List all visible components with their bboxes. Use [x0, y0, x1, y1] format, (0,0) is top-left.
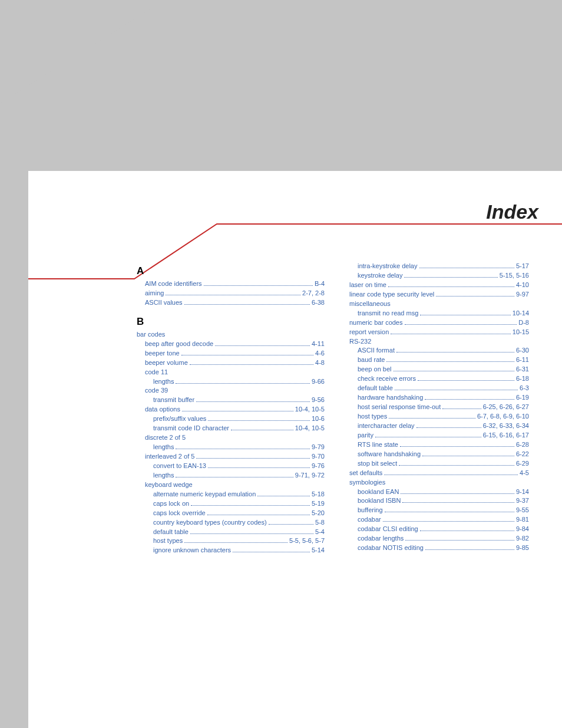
index-entry[interactable]: keyboard wedge	[137, 480, 325, 490]
index-entry-page: 9-82	[516, 534, 529, 543]
index-entry[interactable]: report version10-15	[341, 328, 529, 337]
index-entry-page: 5-18	[312, 490, 325, 499]
index-entry[interactable]: interleaved 2 of 59-70	[137, 452, 325, 462]
index-entry-label: ignore unknown characters	[153, 546, 231, 555]
index-entry-label: buffering	[358, 506, 383, 515]
index-entry-label: country keyboard types (country codes)	[153, 518, 267, 528]
index-entry[interactable]: ASCII values6-38	[137, 298, 325, 308]
index-entry[interactable]: host serial response time-out6-25, 6-26,…	[341, 403, 529, 412]
index-entry[interactable]: convert to EAN-139-76	[137, 462, 325, 471]
index-entry[interactable]: beeper tone4-6	[137, 349, 325, 358]
leader-dots	[416, 427, 481, 428]
index-entry-label: keyboard wedge	[145, 480, 193, 490]
leader-dots	[166, 295, 300, 295]
index-entry-label: intra-keystroke delay	[358, 262, 418, 271]
index-entry[interactable]: code 39	[137, 386, 325, 396]
index-entry[interactable]: hardware handshaking6-19	[341, 393, 529, 403]
index-entry[interactable]: beeper volume4-8	[137, 358, 325, 368]
leader-dots	[402, 502, 514, 503]
index-entry-page: 6-28	[516, 440, 529, 450]
index-entry[interactable]: codabar NOTIS editing9-85	[341, 543, 529, 553]
index-entry[interactable]: miscellaneous	[341, 299, 529, 309]
index-entry[interactable]: lengths9-71, 9-72	[137, 471, 325, 480]
index-entry[interactable]: alternate numeric keypad emulation5-18	[137, 490, 325, 499]
index-entry-page: 6-32, 6-33, 6-34	[483, 421, 529, 431]
index-entry-label: codabar	[358, 515, 381, 525]
index-entry[interactable]: beep on bel6-31	[341, 365, 529, 374]
index-entry[interactable]: prefix/suffix values10-6	[137, 414, 325, 424]
red-accent-line-right	[342, 223, 562, 225]
index-entry[interactable]: lengths9-66	[137, 377, 325, 387]
index-entry[interactable]: ignore unknown characters5-14	[137, 546, 325, 555]
index-entry[interactable]: intercharacter delay6-32, 6-33, 6-34	[341, 421, 529, 431]
index-entry[interactable]: codabar lengths9-82	[341, 534, 529, 543]
index-entry[interactable]: keystroke delay5-15, 5-16	[341, 271, 529, 281]
index-entry[interactable]: caps lock on5-19	[137, 499, 325, 509]
index-entry[interactable]: stop bit select6-29	[341, 459, 529, 469]
index-entry[interactable]: software handshaking6-22	[341, 450, 529, 459]
index-entry[interactable]: check receive errors6-18	[341, 374, 529, 384]
index-entry[interactable]: RS-232	[341, 337, 529, 347]
index-entry[interactable]: symbologies	[341, 478, 529, 487]
index-entry[interactable]: linear code type security level9-97	[341, 290, 529, 299]
leader-dots	[386, 361, 514, 362]
index-entry[interactable]: country keyboard types (country codes)5-…	[137, 518, 325, 528]
index-entry[interactable]: lengths9-79	[137, 443, 325, 452]
index-entry-page: 5-8	[315, 518, 325, 528]
index-entry[interactable]: transmit buffer9-56	[137, 396, 325, 405]
index-entry[interactable]: default table6-3	[341, 384, 529, 393]
index-entry[interactable]: code 11	[137, 368, 325, 377]
index-entry-page: B-4	[315, 279, 325, 289]
index-entry[interactable]: bookland EAN9-14	[341, 487, 529, 497]
index-entry[interactable]: codabar CLSI editing9-84	[341, 525, 529, 534]
leader-dots	[196, 458, 310, 459]
index-entry-label: aiming	[145, 289, 164, 298]
index-entry[interactable]: AIM code identifiersB-4	[137, 279, 325, 289]
index-entry-label: code 39	[145, 386, 168, 396]
index-entry[interactable]: ASCII format6-30	[341, 346, 529, 355]
index-entry[interactable]: host types5-5, 5-6, 5-7	[137, 536, 325, 546]
index-entry[interactable]: host types6-7, 6-8, 6-9, 6-10	[341, 412, 529, 421]
leader-dots	[269, 524, 314, 525]
index-entry[interactable]: default table5-4	[137, 528, 325, 537]
index-entry[interactable]: bookland ISBN9-37	[341, 496, 529, 506]
index-entry-page: 5-4	[315, 528, 325, 537]
index-entry[interactable]: buffering9-55	[341, 506, 529, 515]
index-entry[interactable]: numeric bar codesD-8	[341, 318, 529, 328]
leader-dots	[190, 364, 313, 365]
leader-dots	[215, 345, 310, 346]
index-entry-page: 6-25, 6-26, 6-27	[483, 403, 529, 412]
leader-dots	[184, 542, 287, 543]
index-entry[interactable]: baud rate6-11	[341, 355, 529, 365]
index-entry[interactable]: caps lock override5-20	[137, 509, 325, 518]
index-entry[interactable]: RTS line state6-28	[341, 440, 529, 450]
index-entry[interactable]: beep after good decode4-11	[137, 340, 325, 349]
index-entry-label: beeper volume	[145, 358, 188, 368]
index-entry-page: 6-31	[516, 365, 529, 374]
index-entry-page: 4-8	[315, 358, 325, 368]
index-entry-page: 4-6	[315, 349, 325, 358]
index-entry[interactable]: codabar9-81	[341, 515, 529, 525]
leader-dots	[385, 512, 514, 512]
index-entry-page: 9-79	[312, 443, 325, 452]
index-entry[interactable]: intra-keystroke delay5-17	[341, 262, 529, 271]
leader-dots	[176, 383, 309, 384]
index-entry-page: 5-15, 5-16	[500, 271, 529, 281]
index-entry[interactable]: bar codes	[137, 330, 325, 340]
index-entry[interactable]: parity6-15, 6-16, 6-17	[341, 431, 529, 440]
index-entry[interactable]: laser on time4-10	[341, 281, 529, 290]
index-entry-label: code 11	[145, 368, 168, 377]
index-entry[interactable]: aiming2-7, 2-8	[137, 289, 325, 298]
index-entry-label: alternate numeric keypad emulation	[153, 490, 256, 499]
index-entry[interactable]: transmit no read msg10-14	[341, 309, 529, 318]
index-entry-label: data options	[145, 405, 180, 414]
index-entry[interactable]: set defaults4-5	[341, 469, 529, 478]
index-entry[interactable]: discrete 2 of 5	[137, 433, 325, 443]
index-entry[interactable]: transmit code ID character10-4, 10-5	[137, 424, 325, 433]
index-entry-page: 5-19	[312, 499, 325, 509]
index-entry[interactable]: data options10-4, 10-5	[137, 405, 325, 414]
leader-dots	[395, 390, 518, 390]
leader-dots	[396, 352, 514, 353]
index-entry-page: 9-71, 9-72	[295, 471, 325, 480]
index-entry-label: software handshaking	[358, 450, 421, 459]
